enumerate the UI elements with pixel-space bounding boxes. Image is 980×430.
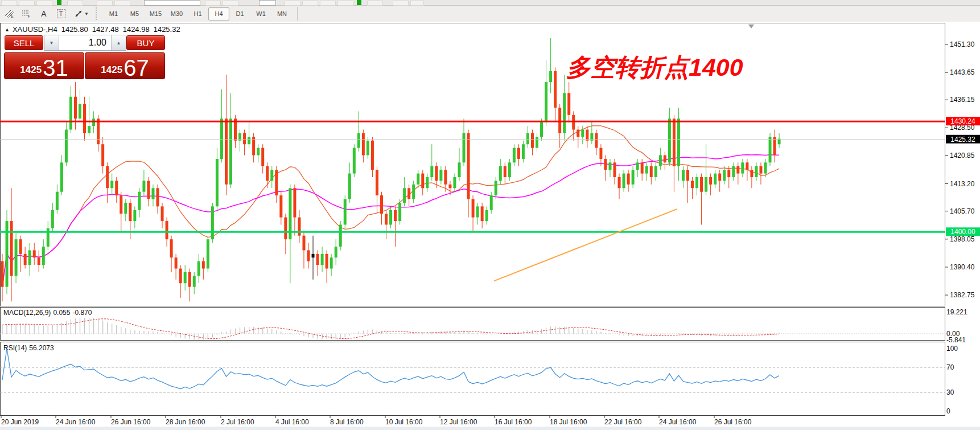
candle-body xyxy=(463,133,466,162)
candle-body xyxy=(536,137,538,148)
candle-body xyxy=(261,148,264,166)
candle-body xyxy=(476,206,479,217)
candle-body xyxy=(764,162,767,173)
candle-body xyxy=(586,130,588,141)
candle-body xyxy=(248,137,250,144)
lot-size-value[interactable]: 1.00 xyxy=(59,35,111,50)
candle-body xyxy=(458,162,461,177)
time-tick-label: 12 Jul 16:00 xyxy=(440,418,477,426)
candle-body xyxy=(60,162,63,191)
candle-body xyxy=(42,247,45,265)
candle-body xyxy=(540,122,543,137)
sell-price-display[interactable]: 1425 31 xyxy=(4,52,84,79)
price-tick-label: 1451.30 xyxy=(950,40,975,48)
sell-button[interactable]: SELL xyxy=(5,35,43,50)
candle-body xyxy=(718,174,721,181)
time-tick-label: 10 Jul 16:00 xyxy=(385,418,423,426)
candle-body xyxy=(750,170,753,177)
candle-body xyxy=(106,166,109,189)
candle-body xyxy=(412,185,415,199)
candle-body xyxy=(403,188,406,203)
time-tick-label: 18 Jul 16:00 xyxy=(550,418,587,426)
candle-body xyxy=(645,166,648,174)
candle-body xyxy=(741,162,744,173)
candle-body xyxy=(339,224,342,247)
candle-body xyxy=(664,155,666,163)
candle-body xyxy=(659,155,662,166)
ohlc-low: 1424.98 xyxy=(123,25,150,34)
candle-body xyxy=(225,118,228,185)
macd-axis-label: 19.221 xyxy=(946,308,967,316)
candle-body xyxy=(293,188,296,217)
price-tick-label: 1443.65 xyxy=(950,68,975,76)
candle-body xyxy=(567,93,570,115)
time-tick-label: 4 Jul 16:00 xyxy=(275,418,309,426)
candle-body xyxy=(133,210,136,221)
candle-body xyxy=(166,221,168,239)
lot-decrease-button[interactable]: ▼ xyxy=(44,35,59,50)
candle-body xyxy=(732,166,735,177)
candle-body xyxy=(270,170,273,181)
candle-body xyxy=(398,203,401,221)
candle-body xyxy=(632,170,635,185)
candle-body xyxy=(33,250,36,257)
rsi-name: RSI(14) xyxy=(3,344,27,352)
candle-body xyxy=(124,203,127,214)
candle-body xyxy=(577,130,579,137)
candle-body xyxy=(599,148,602,159)
time-tick-label: 8 Jul 16:00 xyxy=(330,418,364,426)
candle-body xyxy=(79,104,81,119)
time-tick-label: 16 Jul 16:00 xyxy=(495,418,532,426)
collapse-trade-panel-icon[interactable]: ▲ xyxy=(5,27,10,32)
candle-body xyxy=(430,166,433,177)
candle-body xyxy=(572,115,575,130)
lot-increase-button[interactable]: ▲ xyxy=(111,35,126,50)
candle-body xyxy=(321,254,324,265)
candle-body xyxy=(138,192,141,210)
buy-price-big-figure: 1425 xyxy=(101,65,122,75)
price-tick-label: 1413.20 xyxy=(950,180,975,188)
candle-body xyxy=(618,177,621,188)
candle-body xyxy=(1,261,4,287)
candle-body xyxy=(558,108,561,133)
one-click-trade-panel: SELL ▼ 1.00 ▲ BUY 1425 31 1425 67 xyxy=(4,34,165,77)
candle-body xyxy=(202,261,205,269)
candle-body xyxy=(467,133,470,199)
candle-body xyxy=(385,214,388,224)
buy-price-display[interactable]: 1425 67 xyxy=(85,52,165,79)
candle-body xyxy=(623,174,625,189)
candle-body xyxy=(380,195,383,214)
candle-body xyxy=(613,162,616,177)
candle-body xyxy=(38,257,40,265)
time-tick-label: 28 Jun 16:00 xyxy=(166,418,205,426)
candle-body xyxy=(531,133,534,148)
candle-body xyxy=(220,118,223,159)
candle-body xyxy=(367,141,369,155)
candle-body xyxy=(92,118,95,126)
candle-body xyxy=(348,174,351,199)
candle-body xyxy=(142,181,145,191)
buy-button[interactable]: BUY xyxy=(126,35,165,50)
candle-body xyxy=(736,166,739,174)
candle-body xyxy=(335,247,337,257)
candle-body xyxy=(654,166,657,177)
candle-body xyxy=(129,203,131,221)
candle-body xyxy=(302,236,305,251)
candle-body xyxy=(448,185,451,188)
candle-body xyxy=(376,170,378,195)
candle-body xyxy=(581,130,584,137)
candle-body xyxy=(495,181,497,195)
price-badge-label: 1400.00 xyxy=(950,228,975,236)
candle-body xyxy=(439,170,442,181)
candle-body xyxy=(407,188,410,199)
candle-body xyxy=(435,166,438,181)
candle-body xyxy=(705,177,707,192)
candle-body xyxy=(727,170,730,177)
candle-body xyxy=(179,269,182,284)
candle-body xyxy=(188,272,191,287)
candle-body xyxy=(115,181,118,195)
candle-body xyxy=(723,170,726,181)
macd-panel-border xyxy=(1,308,945,341)
price-tick-label: 1398.05 xyxy=(950,235,975,243)
candle-body xyxy=(499,166,502,181)
